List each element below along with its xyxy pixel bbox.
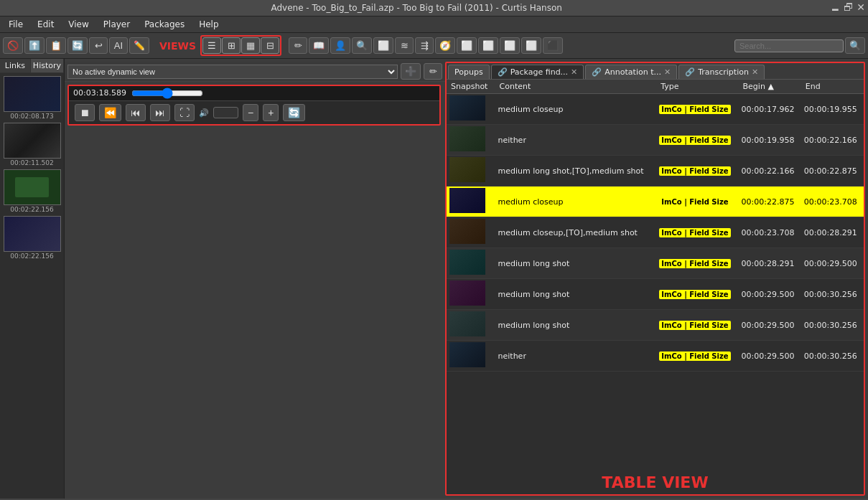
- list-item[interactable]: 00:02:11.502: [4, 123, 61, 166]
- toolbar-user-btn[interactable]: 👤: [330, 37, 350, 54]
- speed-up-btn[interactable]: +: [263, 104, 279, 121]
- stop-btn[interactable]: ⏹: [75, 104, 95, 121]
- col-begin[interactable]: Begin ▲: [739, 80, 801, 94]
- table-view: Popups 🔗 Package find... ✕ 🔗 Annotation …: [445, 62, 865, 496]
- toolbar-edit-btn[interactable]: ✏: [289, 37, 307, 54]
- cell-content: medium long shot: [495, 279, 657, 310]
- tab-popups[interactable]: Popups: [448, 65, 490, 79]
- refresh-btn[interactable]: 🔄: [283, 104, 305, 121]
- cell-type: ImCo | Field Size: [656, 187, 738, 217]
- table-row[interactable]: medium long shot ImCo | Field Size 00:00…: [447, 279, 864, 310]
- add-view-btn[interactable]: ➕: [401, 63, 421, 80]
- main-area: Links History 00:02:08.173 00:02:11.502 …: [0, 59, 868, 499]
- close-icon[interactable]: ✕: [664, 67, 671, 77]
- table-row[interactable]: medium long shot ImCo | Field Size 00:00…: [447, 310, 864, 341]
- fullscreen-btn[interactable]: ⛶: [174, 104, 195, 121]
- cell-snapshot: [447, 310, 495, 341]
- cell-begin: 00:00:22.875: [739, 187, 801, 217]
- toolbar-sq4-btn[interactable]: ⬜: [521, 37, 541, 54]
- menu-player[interactable]: Player: [101, 18, 133, 31]
- toolbar-wave-btn[interactable]: ≋: [395, 37, 414, 54]
- view-btn-split[interactable]: ⊞: [222, 37, 241, 54]
- toolbar-btn-0[interactable]: 🚫: [3, 37, 23, 54]
- toolbar-btn-ai[interactable]: AI: [109, 37, 128, 54]
- view-btn-full[interactable]: ⊟: [261, 37, 279, 54]
- step-back-btn[interactable]: ⏮: [126, 104, 146, 121]
- menu-help[interactable]: Help: [196, 18, 221, 31]
- cell-content: neither: [495, 125, 657, 156]
- view-btn-list[interactable]: ☰: [202, 37, 221, 54]
- video-timestamp: 00:03:18.589: [69, 86, 439, 100]
- list-item[interactable]: 00:02:22.156: [4, 216, 61, 260]
- cell-type: ImCo | Field Size: [656, 248, 738, 279]
- col-content[interactable]: Content: [495, 80, 657, 94]
- type-badge: ImCo | Field Size: [659, 105, 730, 114]
- toolbar-sq5-btn[interactable]: ⬛: [543, 37, 563, 54]
- toolbar-btn-pencil[interactable]: ✏️: [129, 37, 149, 54]
- toolbar-sq1-btn[interactable]: ⬜: [457, 37, 477, 54]
- cell-snapshot: [447, 187, 495, 217]
- video-scrubber[interactable]: [131, 88, 203, 99]
- type-badge: ImCo | Field Size: [659, 136, 730, 145]
- speed-down-btn[interactable]: −: [243, 104, 258, 121]
- toolbar-sq2-btn[interactable]: ⬜: [478, 37, 498, 54]
- dynamic-view-select[interactable]: No active dynamic view: [67, 65, 398, 79]
- rewind-btn[interactable]: ⏪: [99, 104, 121, 121]
- annotation-t-label: Annotation t...: [605, 67, 661, 77]
- table-row[interactable]: neither ImCo | Field Size 00:00:29.500 0…: [447, 341, 864, 372]
- menu-edit[interactable]: Edit: [34, 18, 57, 31]
- table-row[interactable]: medium closeup ImCo | Field Size 00:00:2…: [447, 187, 864, 217]
- cell-end: 00:00:30.256: [801, 279, 864, 310]
- menubar: File Edit View Player Packages Help: [0, 16, 868, 33]
- video-player: Y 2 3 VIDEOPLAYER 00:03:18.589 ⏹ ⏪ ⏮ ⏭ ⛶…: [67, 85, 441, 126]
- toolbar-arr-btn[interactable]: ⇶: [415, 37, 434, 54]
- col-snapshot[interactable]: Snapshot: [447, 80, 495, 94]
- list-item[interactable]: 00:02:22.156: [4, 169, 61, 213]
- toolbar-ann-btn[interactable]: ⬜: [373, 37, 393, 54]
- sidebar-tab-links[interactable]: Links: [0, 59, 31, 72]
- toolbar-search-btn[interactable]: 🔍: [352, 37, 372, 54]
- cell-end: 00:00:30.256: [801, 341, 864, 372]
- cell-begin: 00:00:19.958: [739, 125, 801, 156]
- toolbar-btn-1[interactable]: ⬆️: [24, 37, 45, 54]
- table-row[interactable]: medium closeup ImCo | Field Size 00:00:1…: [447, 94, 864, 125]
- tab-annotation-t[interactable]: 🔗 Annotation t... ✕: [585, 65, 677, 79]
- toolbar-btn-2[interactable]: 📋: [46, 37, 66, 54]
- table-row[interactable]: medium long shot,[TO],medium shot ImCo |…: [447, 156, 864, 187]
- edit-view-btn[interactable]: ✏: [424, 63, 442, 80]
- table-row[interactable]: medium closeup,[TO],medium shot ImCo | F…: [447, 217, 864, 248]
- sidebar-tab-history[interactable]: History: [31, 59, 64, 72]
- step-fwd-btn[interactable]: ⏭: [150, 104, 170, 121]
- menu-packages[interactable]: Packages: [141, 18, 187, 31]
- col-end[interactable]: End: [801, 80, 864, 94]
- speed-input[interactable]: 1.0: [213, 107, 238, 118]
- toolbar-sq3-btn[interactable]: ⬜: [500, 37, 520, 54]
- menu-file[interactable]: File: [6, 18, 26, 31]
- toolbar-nav-btn[interactable]: 🧭: [435, 37, 455, 54]
- toolbar-search-input[interactable]: [734, 39, 844, 52]
- tab-transcription[interactable]: 🔗 Transcription ✕: [678, 65, 765, 79]
- snapshot-thumb: [449, 342, 485, 367]
- snapshot-thumb: [449, 188, 485, 213]
- toolbar-book-btn[interactable]: 📖: [309, 37, 329, 54]
- toolbar-search-go[interactable]: 🔍: [845, 37, 865, 54]
- type-badge: ImCo | Field Size: [659, 259, 730, 268]
- tab-package-find[interactable]: 🔗 Package find... ✕: [491, 65, 584, 79]
- cell-content: medium long shot: [495, 310, 657, 341]
- menu-view[interactable]: View: [65, 18, 91, 31]
- table-row[interactable]: neither ImCo | Field Size 00:00:19.958 0…: [447, 125, 864, 156]
- toolbar-btn-3[interactable]: 🔄: [67, 37, 88, 54]
- col-type[interactable]: Type: [656, 80, 738, 94]
- cell-begin: 00:00:29.500: [739, 341, 801, 372]
- cell-begin: 00:00:17.962: [739, 94, 801, 125]
- close-icon[interactable]: ✕: [752, 67, 758, 77]
- type-badge: ImCo | Field Size: [659, 166, 730, 176]
- cell-type: ImCo | Field Size: [656, 279, 738, 310]
- list-item[interactable]: 00:02:08.173: [4, 76, 61, 120]
- table-row[interactable]: medium long shot ImCo | Field Size 00:00…: [447, 248, 864, 279]
- package-find-label: Package find...: [510, 67, 568, 77]
- toolbar-btn-4[interactable]: ↩: [89, 37, 108, 54]
- view-btn-grid[interactable]: ▦: [241, 37, 260, 54]
- close-icon[interactable]: ✕: [571, 67, 577, 77]
- package-find-icon: 🔗: [498, 67, 508, 77]
